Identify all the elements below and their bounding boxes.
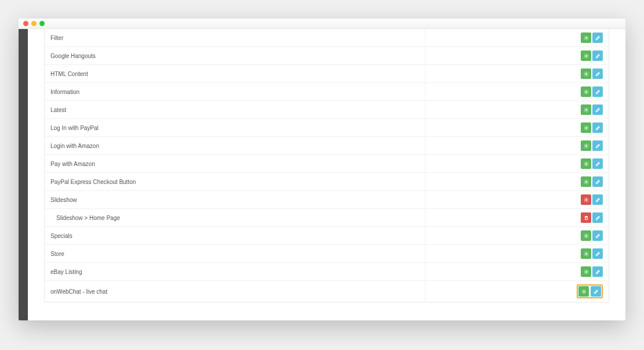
svg-point-12 [585,271,587,272]
table-row: PayPal Express Checkout Button [45,173,609,191]
gear-icon [584,107,589,113]
pencil-icon [595,89,600,95]
pencil-icon [595,215,600,221]
pencil-icon [595,179,600,185]
minimize-icon[interactable] [31,21,37,26]
install-button[interactable] [581,158,591,169]
edit-button[interactable] [592,122,603,133]
pencil-icon [595,71,600,77]
module-name: Latest [50,107,66,113]
edit-button[interactable] [592,68,603,79]
delete-button[interactable] [581,212,591,223]
module-name: Log In with PayPal [50,125,99,131]
svg-point-6 [585,145,587,146]
admin-sidebar[interactable] [19,29,28,320]
table-row: eBay Listing [45,263,609,281]
main-content: FilterGoogle HangoutsHTML ContentInforma… [28,29,625,320]
edit-button[interactable] [592,176,603,187]
edit-button[interactable] [592,194,603,205]
edit-button[interactable] [591,286,601,297]
table-row: Google Hangouts [45,47,609,65]
gear-icon [584,251,589,257]
gear-icon [584,71,589,77]
browser-window: FilterGoogle HangoutsHTML ContentInforma… [19,19,625,320]
install-button[interactable] [581,122,591,133]
svg-point-4 [585,109,587,110]
module-name: Slideshow [50,197,77,203]
close-icon[interactable] [23,21,28,26]
svg-point-5 [585,127,587,128]
svg-point-10 [585,235,587,236]
module-name: Filter [50,35,63,41]
pencil-icon [595,125,600,131]
install-button[interactable] [581,33,591,43]
module-name: Pay with Amazon [50,161,95,167]
module-name: Login with Amazon [50,143,99,149]
edit-button[interactable] [592,86,603,97]
svg-point-3 [585,91,587,92]
install-button[interactable] [581,140,591,151]
install-button[interactable] [581,86,591,97]
modules-panel: FilterGoogle HangoutsHTML ContentInforma… [44,29,609,302]
module-name: onWebChat - live chat [50,288,107,295]
table-row: Pay with Amazon [45,155,609,173]
table-row: onWebChat - live chat [45,281,609,302]
table-row: Latest [45,101,609,119]
edit-button[interactable] [592,50,603,61]
edit-button[interactable] [592,248,603,259]
pencil-icon [595,251,600,257]
module-name: HTML Content [50,71,88,77]
table-row: Filter [45,29,609,47]
pencil-icon [594,289,599,294]
install-button[interactable] [581,248,591,259]
gear-icon [584,233,589,239]
pencil-icon [595,143,600,149]
module-name: Google Hangouts [50,53,96,59]
svg-point-1 [585,55,587,56]
table-row: Store [45,245,609,263]
gear-icon [584,161,589,167]
gear-icon [584,89,589,95]
table-row: Slideshow [45,191,609,209]
table-row: HTML Content [45,65,609,83]
uninstall-button[interactable] [581,194,591,205]
pencil-icon [595,233,600,239]
install-button[interactable] [581,266,591,277]
pencil-icon [595,161,600,167]
gear-icon [581,289,587,294]
svg-point-13 [583,291,584,292]
svg-point-8 [585,181,587,182]
module-name: Information [50,89,79,95]
pencil-icon [595,35,600,41]
module-name: Specials [50,233,73,239]
module-name: Slideshow > Home Page [50,215,120,221]
module-name: eBay Listing [50,269,82,275]
install-button[interactable] [581,176,591,187]
install-button[interactable] [581,50,591,61]
pencil-icon [595,107,600,113]
svg-point-7 [585,163,587,164]
install-button[interactable] [581,68,591,79]
maximize-icon[interactable] [39,21,45,26]
svg-point-9 [585,199,587,200]
edit-button[interactable] [592,266,603,277]
pencil-icon [595,269,600,275]
gear-icon [584,35,589,41]
svg-point-2 [585,73,587,74]
install-button[interactable] [581,104,591,115]
install-button[interactable] [581,230,591,241]
gear-icon [584,197,589,203]
svg-point-11 [585,253,587,254]
edit-button[interactable] [592,230,603,241]
edit-button[interactable] [592,140,603,151]
edit-button[interactable] [592,212,603,223]
edit-button[interactable] [592,158,603,169]
trash-icon [584,215,589,221]
gear-icon [584,269,589,275]
table-row: Slideshow > Home Page [45,209,609,227]
install-button[interactable] [578,286,589,297]
edit-button[interactable] [592,104,603,115]
modules-table: FilterGoogle HangoutsHTML ContentInforma… [45,29,609,302]
edit-button[interactable] [592,33,603,43]
pencil-icon [595,197,600,203]
